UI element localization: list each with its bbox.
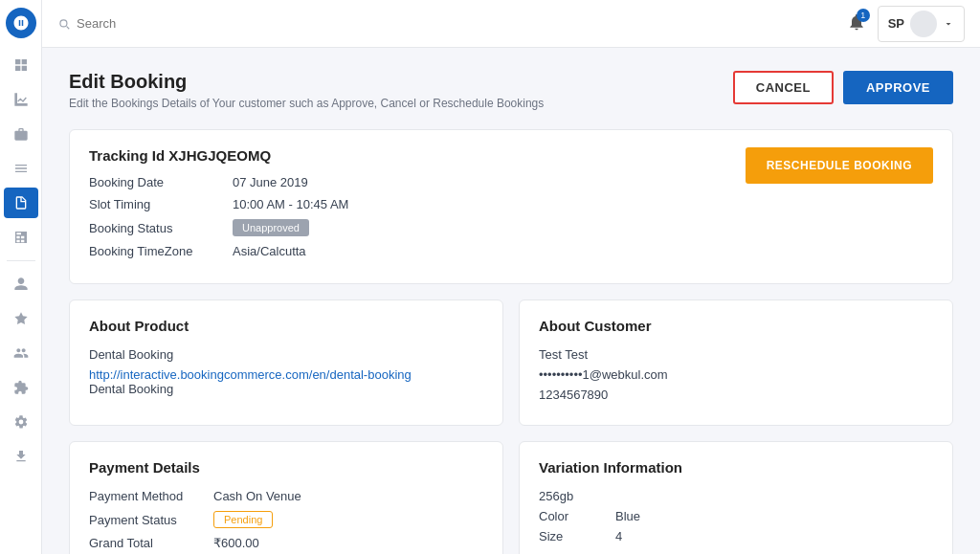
sidebar-item-list[interactable] — [4, 153, 38, 184]
sidebar-item-star[interactable] — [4, 303, 38, 334]
slot-timing-value: 10:00 AM - 10:45 AM — [233, 197, 348, 211]
payment-status-row: Payment Status Pending — [89, 511, 483, 528]
timezone-row: Booking TimeZone Asia/Calcutta — [89, 244, 746, 258]
payment-method-value: Cash On Venue — [213, 489, 301, 503]
variation-title: Variation Information — [539, 459, 933, 476]
page-header-left: Edit Booking Edit the Bookings Details o… — [69, 71, 544, 110]
booking-date-value: 07 June 2019 — [233, 175, 308, 189]
tracking-id-number: XJHGJQEOMQ — [168, 147, 271, 164]
timezone-label: Booking TimeZone — [89, 244, 233, 258]
search-input[interactable] — [77, 16, 268, 31]
booking-date-label: Booking Date — [89, 175, 233, 189]
approve-button[interactable]: APPROVE — [843, 71, 953, 104]
reschedule-button[interactable]: RESCHEDULE BOOKING — [746, 147, 933, 184]
about-section: About Product Dental Booking http://inte… — [69, 299, 953, 441]
grand-total-label: Grand Total — [89, 536, 213, 550]
page-content: Edit Booking Edit the Bookings Details o… — [42, 48, 980, 554]
slot-timing-row: Slot Timing 10:00 AM - 10:45 AM — [89, 197, 746, 211]
variation-storage: 256gb — [539, 489, 933, 503]
grand-total-row: Grand Total ₹600.00 — [89, 536, 483, 550]
search-box[interactable] — [57, 16, 835, 31]
timezone-value: Asia/Calcutta — [233, 244, 306, 258]
about-product-title: About Product — [89, 318, 483, 334]
variation-color-row: Color Blue — [539, 509, 933, 523]
cancel-button[interactable]: CANCEL — [733, 71, 834, 104]
customer-phone: 1234567890 — [539, 388, 933, 402]
page-header-actions: CANCEL APPROVE — [733, 71, 953, 104]
payment-status-badge: Pending — [213, 511, 273, 528]
sidebar-item-table[interactable] — [4, 222, 38, 253]
user-menu-button[interactable]: SP — [878, 6, 965, 42]
slot-timing-label: Slot Timing — [89, 197, 233, 211]
grand-total-value: ₹600.00 — [213, 536, 259, 550]
variation-size-value: 4 — [615, 529, 622, 543]
sidebar-item-gear[interactable] — [4, 407, 38, 437]
customer-email: ••••••••••1@webkul.com — [539, 367, 933, 382]
user-initials: SP — [888, 16, 904, 31]
tracking-card: Tracking Id XJHGJQEOMQ Booking Date 07 J… — [69, 129, 953, 284]
main-area: 1 SP Edit Booking Edit the Bookings Deta… — [42, 0, 980, 554]
payment-card: Payment Details Payment Method Cash On V… — [69, 441, 503, 554]
sidebar-item-grid[interactable] — [4, 50, 38, 80]
customer-name: Test Test — [539, 347, 933, 362]
sidebar-item-puzzle[interactable] — [4, 372, 38, 403]
page-title: Edit Booking — [69, 71, 544, 93]
tracking-id-label: Tracking Id — [89, 147, 168, 164]
page-subtitle: Edit the Bookings Details of Your custom… — [69, 97, 544, 110]
notification-badge: 1 — [857, 9, 870, 22]
booking-status-badge: Unapproved — [233, 219, 309, 236]
topbar: 1 SP — [42, 0, 980, 48]
user-avatar — [910, 11, 937, 37]
variation-color-label: Color — [539, 509, 615, 523]
about-product-card: About Product Dental Booking http://inte… — [69, 299, 503, 426]
chevron-down-icon — [943, 18, 954, 30]
payment-method-label: Payment Method — [89, 489, 213, 503]
payment-title: Payment Details — [89, 459, 483, 476]
sidebar-item-document[interactable] — [4, 188, 38, 218]
product-url[interactable]: http://interactive.bookingcommerce.com/e… — [89, 367, 412, 382]
sidebar-item-person[interactable] — [4, 269, 38, 299]
about-customer-card: About Customer Test Test ••••••••••1@web… — [519, 299, 953, 426]
reschedule-action: RESCHEDULE BOOKING — [746, 147, 933, 184]
payment-method-row: Payment Method Cash On Venue — [89, 489, 483, 503]
product-description: Dental Booking — [89, 382, 483, 396]
tracking-info: Tracking Id XJHGJQEOMQ Booking Date 07 J… — [89, 147, 746, 266]
tracking-card-inner: Tracking Id XJHGJQEOMQ Booking Date 07 J… — [89, 147, 933, 266]
search-icon — [57, 17, 71, 31]
sidebar-item-briefcase[interactable] — [4, 119, 38, 149]
sidebar-item-contacts[interactable] — [4, 338, 38, 368]
app-logo — [6, 8, 36, 38]
tracking-id-value: Tracking Id XJHGJQEOMQ — [89, 147, 746, 164]
booking-date-row: Booking Date 07 June 2019 — [89, 175, 746, 189]
sidebar-divider — [7, 260, 35, 261]
notification-icon[interactable]: 1 — [847, 12, 866, 34]
variation-card: Variation Information 256gb Color Blue S… — [519, 441, 953, 554]
sidebar-item-chart[interactable] — [4, 84, 38, 115]
variation-size-row: Size 4 — [539, 529, 933, 543]
booking-status-label: Booking Status — [89, 221, 233, 235]
page-header: Edit Booking Edit the Bookings Details o… — [69, 71, 953, 110]
payment-variation-section: Payment Details Payment Method Cash On V… — [69, 441, 953, 554]
variation-size-label: Size — [539, 529, 615, 543]
sidebar — [0, 0, 42, 554]
payment-status-label: Payment Status — [89, 513, 213, 527]
topbar-right: 1 SP — [847, 6, 965, 42]
booking-status-row: Booking Status Unapproved — [89, 219, 746, 236]
product-name: Dental Booking — [89, 347, 483, 362]
sidebar-item-download[interactable] — [4, 441, 38, 472]
about-customer-title: About Customer — [539, 318, 933, 334]
variation-color-value: Blue — [615, 509, 640, 523]
